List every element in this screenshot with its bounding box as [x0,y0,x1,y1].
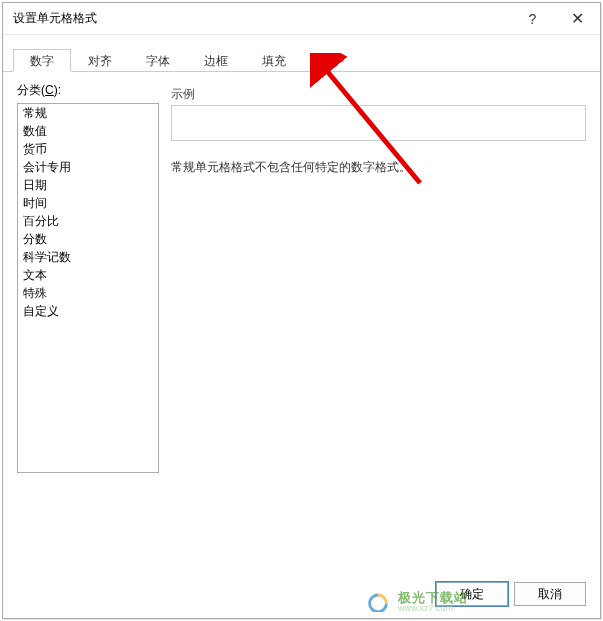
dialog-title: 设置单元格格式 [13,10,510,27]
format-description: 常规单元格格式不包含任何特定的数字格式。 [171,159,586,176]
list-item[interactable]: 分数 [18,230,158,248]
cancel-button[interactable]: 取消 [514,582,586,606]
detail-column: 示例 常规单元格格式不包含任何特定的数字格式。 [171,82,586,473]
tab-font[interactable]: 字体 [129,49,187,72]
category-column: 分类(C): 常规 数值 货币 会计专用 日期 时间 百分比 分数 科学记数 文… [17,82,159,473]
close-icon: ✕ [571,9,584,28]
list-item[interactable]: 科学记数 [18,248,158,266]
list-item[interactable]: 特殊 [18,284,158,302]
sample-label: 示例 [171,86,586,103]
tab-alignment[interactable]: 对齐 [71,49,129,72]
ok-button[interactable]: 确定 [436,582,508,606]
help-icon: ? [529,11,537,27]
content-area: 分类(C): 常规 数值 货币 会计专用 日期 时间 百分比 分数 科学记数 文… [3,72,600,483]
tab-border[interactable]: 边框 [187,49,245,72]
list-item[interactable]: 百分比 [18,212,158,230]
titlebar: 设置单元格格式 ? ✕ [3,3,600,35]
list-item[interactable]: 数值 [18,122,158,140]
list-item[interactable]: 时间 [18,194,158,212]
tab-fill[interactable]: 填充 [245,49,303,72]
list-item[interactable]: 常规 [18,104,158,122]
format-cells-dialog: 设置单元格格式 ? ✕ 数字 对齐 字体 边框 填充 保护 分类(C): 常规 … [2,2,601,619]
category-label: 分类(C): [17,82,159,99]
list-item[interactable]: 货币 [18,140,158,158]
close-button[interactable]: ✕ [555,4,600,34]
tab-protection[interactable]: 保护 [303,49,361,72]
list-item[interactable]: 文本 [18,266,158,284]
help-button[interactable]: ? [510,4,555,34]
tab-number[interactable]: 数字 [13,49,71,72]
category-listbox[interactable]: 常规 数值 货币 会计专用 日期 时间 百分比 分数 科学记数 文本 特殊 自定… [17,103,159,473]
dialog-footer: 确定 取消 [436,582,586,606]
list-item[interactable]: 会计专用 [18,158,158,176]
list-item[interactable]: 自定义 [18,302,158,320]
tabs-bar: 数字 对齐 字体 边框 填充 保护 [3,49,600,72]
sample-box [171,105,586,141]
list-item[interactable]: 日期 [18,176,158,194]
